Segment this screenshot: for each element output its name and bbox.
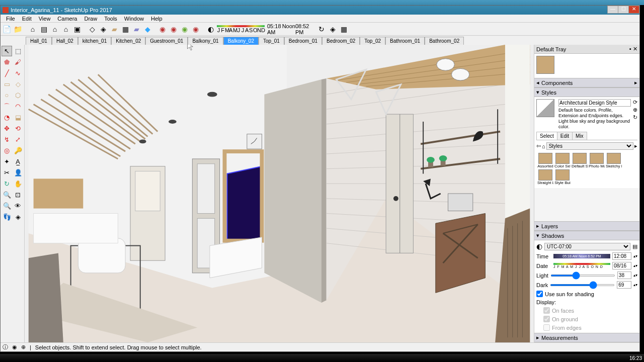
- monochrome-button[interactable]: ▰: [131, 24, 141, 34]
- menu-view[interactable]: View: [35, 16, 54, 22]
- look-around-button[interactable]: ◈: [328, 24, 338, 34]
- hidden-line-button[interactable]: ◈: [98, 24, 108, 34]
- time-value[interactable]: 12:08: [612, 252, 631, 260]
- style-tab-edit[interactable]: Edit: [557, 132, 573, 140]
- style-item[interactable]: Style Bui: [554, 169, 571, 185]
- shadow-toggle-icon[interactable]: ◐: [536, 242, 542, 250]
- pan-tool[interactable]: ✋: [13, 178, 23, 189]
- shadows-panel-header[interactable]: ▾Shadows: [534, 231, 639, 240]
- section-tool[interactable]: ◈: [13, 212, 23, 222]
- right-view-button[interactable]: ⌂: [61, 24, 71, 34]
- xray-button[interactable]: ◆: [142, 24, 152, 34]
- new-button[interactable]: 📄: [2, 24, 12, 34]
- line-tool[interactable]: ╱: [2, 68, 12, 78]
- style-item[interactable]: Default S: [572, 153, 588, 168]
- tape-tool[interactable]: 🔑: [13, 145, 23, 156]
- date-value[interactable]: 08/16: [612, 262, 631, 269]
- style-refresh-icon[interactable]: ↻: [633, 114, 637, 121]
- scene-tab-bedroom_02[interactable]: Bedroom_02: [322, 37, 360, 45]
- menu-file[interactable]: File: [3, 16, 19, 22]
- pushpull-tool[interactable]: ⬓: [13, 112, 23, 123]
- paint-tool[interactable]: 🖌: [13, 57, 23, 67]
- shaded-texture-button[interactable]: ▦: [120, 24, 130, 34]
- light-slider[interactable]: [550, 275, 615, 277]
- style-item[interactable]: Straight L: [537, 169, 553, 185]
- component-button[interactable]: ◉: [157, 24, 168, 34]
- rectangle-tool[interactable]: ▭: [2, 79, 12, 89]
- zoom-window-tool[interactable]: 🔍: [2, 201, 12, 211]
- scene-tab-bathroom_02[interactable]: Bathroom_02: [425, 37, 464, 45]
- menu-window[interactable]: Window: [121, 16, 147, 22]
- shadow-menu-icon[interactable]: ▤: [632, 243, 637, 250]
- polygon-tool[interactable]: ⬡: [13, 90, 23, 101]
- zoom-tool[interactable]: 🔍: [2, 190, 12, 200]
- followme-tool[interactable]: ↯: [2, 134, 12, 145]
- scene-tab-balkony_02[interactable]: Balkony_02: [223, 37, 259, 45]
- protractor-tool[interactable]: ✂: [2, 167, 12, 178]
- scene-tab-balkony_01[interactable]: Balkony_01: [188, 37, 223, 45]
- lasso-tool[interactable]: ⬚: [13, 46, 23, 56]
- pie-tool[interactable]: ◔: [2, 112, 12, 123]
- measurements-panel-header[interactable]: ▸Measurements: [534, 333, 639, 342]
- menu-edit[interactable]: Edit: [19, 16, 35, 22]
- tray-header[interactable]: Default Tray ▪ ✕: [534, 45, 639, 54]
- timezone-select[interactable]: UTC-07:00: [544, 243, 630, 250]
- scene-tab-guestroom_01[interactable]: Guestroom_01: [145, 37, 188, 45]
- freehand-tool[interactable]: ∿: [13, 68, 23, 78]
- axes-tool[interactable]: 👤: [13, 167, 23, 178]
- style-name-input[interactable]: [558, 99, 631, 107]
- styles-panel-header[interactable]: ▾Styles: [534, 87, 639, 97]
- use-sun-checkbox[interactable]: [536, 291, 543, 297]
- arc2-tool[interactable]: ◠: [13, 101, 23, 112]
- info-icon[interactable]: ⓘ: [3, 343, 8, 351]
- circle-tool[interactable]: ○: [2, 90, 12, 101]
- component3-button[interactable]: ◉: [180, 24, 190, 34]
- scene-tab-bathroom_01[interactable]: Bathroom_01: [385, 37, 425, 45]
- menu-help[interactable]: Help: [147, 16, 166, 22]
- top-view-button[interactable]: ▤: [39, 24, 49, 34]
- minimize-button[interactable]: —: [607, 6, 618, 14]
- scene-tab-bedroom_01[interactable]: Bedroom_01: [284, 37, 322, 45]
- style-item[interactable]: Assorted: [537, 153, 553, 168]
- scene-tab-kitchen_01[interactable]: kitchen_01: [78, 37, 111, 45]
- walk-button[interactable]: ▦: [339, 24, 349, 34]
- front-view-button[interactable]: ⌂: [50, 24, 60, 34]
- home-icon[interactable]: ⌂: [542, 143, 545, 149]
- style-update-icon[interactable]: ⟳: [633, 99, 637, 106]
- walk-tool2[interactable]: 👣: [2, 212, 12, 222]
- time-slider[interactable]: 05:18 AM Noon 6:52 PM: [553, 254, 610, 258]
- close-button[interactable]: ✕: [628, 6, 639, 14]
- rotated-rect-tool[interactable]: ◇: [13, 79, 23, 89]
- orbit-tool[interactable]: ↻: [2, 178, 12, 189]
- component2-button[interactable]: ◉: [169, 24, 179, 34]
- style-new-icon[interactable]: ⊕: [633, 107, 637, 113]
- back-icon[interactable]: ⇦: [536, 143, 541, 149]
- dimension-tool[interactable]: ✦: [2, 156, 12, 167]
- move-tool[interactable]: ✥: [2, 123, 12, 134]
- menu-draw[interactable]: Draw: [80, 16, 101, 22]
- iso-view-button[interactable]: ⌂: [28, 24, 38, 34]
- rotate-tool[interactable]: ⟲: [13, 123, 23, 134]
- eraser-tool[interactable]: ⬟: [2, 57, 12, 67]
- user-icon[interactable]: ◉: [12, 344, 17, 350]
- taskbar[interactable]: 16:23: [0, 354, 644, 362]
- menu-tools[interactable]: Tools: [101, 16, 121, 22]
- arc-tool[interactable]: ⌒: [2, 101, 12, 112]
- open-button[interactable]: 📁: [13, 24, 23, 34]
- component4-button[interactable]: ◉: [191, 24, 201, 34]
- back-view-button[interactable]: ▣: [72, 24, 82, 34]
- components-panel-header[interactable]: ◂Components▸: [534, 78, 639, 87]
- scene-tab-kitchen_02[interactable]: Kitchen_02: [111, 37, 145, 45]
- prev-view-tool[interactable]: 👁: [13, 201, 23, 211]
- viewport[interactable]: [25, 45, 534, 342]
- scene-tab-top_02[interactable]: Top_02: [360, 37, 385, 45]
- layers-panel-header[interactable]: ▸Layers: [534, 221, 639, 231]
- shadow-toggle-button[interactable]: ◐: [206, 24, 216, 34]
- menu-camera[interactable]: Camera: [54, 16, 80, 22]
- dark-slider[interactable]: [550, 284, 615, 286]
- style-tab-mix[interactable]: Mix: [572, 132, 587, 140]
- geo-icon[interactable]: ⊕: [21, 344, 26, 350]
- light-value[interactable]: 38: [617, 272, 631, 279]
- wireframe-button[interactable]: ◇: [87, 24, 97, 34]
- zoom-extents-tool[interactable]: ⊡: [13, 190, 23, 200]
